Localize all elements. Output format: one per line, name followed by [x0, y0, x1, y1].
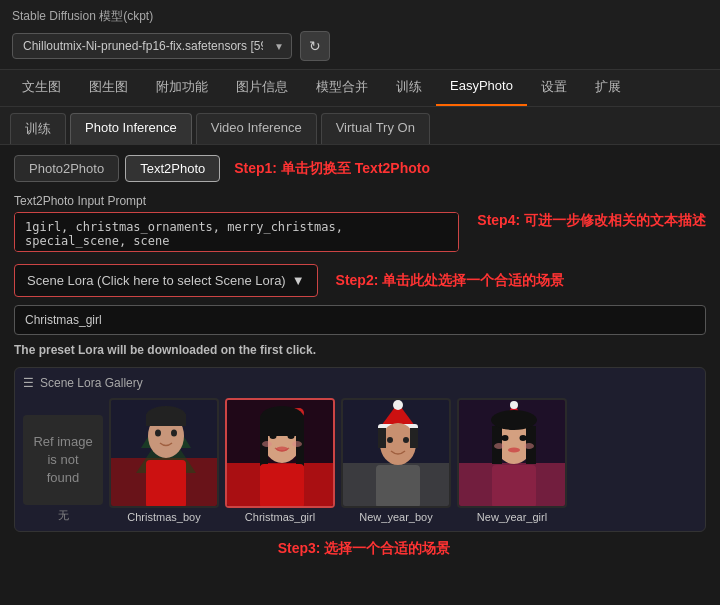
ref-caption: 无	[58, 508, 69, 523]
tab-图片信息[interactable]: 图片信息	[222, 70, 302, 106]
svg-rect-32	[410, 428, 418, 448]
step1-annotation: Step1: 单击切换至 Text2Photo	[234, 160, 430, 178]
new-year-girl-caption: New_year_girl	[477, 511, 547, 523]
sub-tab-bar: 训练 Photo Inference Video Inference Virtu…	[0, 107, 720, 145]
tab-easyphoto[interactable]: EasyPhoto	[436, 70, 527, 106]
gallery-item-new-year-girl[interactable]: New_year_girl	[457, 398, 567, 523]
model-select[interactable]: Chilloutmix-Ni-pruned-fp16-fix.safetenso…	[12, 33, 292, 59]
svg-point-45	[502, 435, 509, 441]
gallery-header-label: Scene Lora Gallery	[40, 376, 143, 390]
svg-point-34	[403, 437, 409, 443]
new-year-boy-image	[343, 398, 449, 508]
svg-point-22	[292, 441, 302, 447]
svg-point-49	[508, 448, 520, 453]
svg-rect-17	[260, 436, 268, 466]
tab-附加功能[interactable]: 附加功能	[142, 70, 222, 106]
content-area: 训练 Photo Inference Video Inference Virtu…	[0, 107, 720, 568]
subtab-训练[interactable]: 训练	[10, 113, 66, 144]
step2-annotation: Step2: 单击此处选择一个合适的场景	[336, 272, 565, 290]
svg-point-48	[524, 443, 534, 449]
svg-rect-50	[492, 465, 536, 508]
scene-dropdown-icon: ▼	[292, 273, 305, 288]
svg-point-46	[520, 435, 527, 441]
subtab-photo-inference[interactable]: Photo Inference	[70, 113, 192, 144]
svg-point-29	[393, 400, 403, 410]
prompt-row: Step4: 可进一步修改相关的文本描述	[14, 212, 706, 252]
preset-note: The preset Lora will be downloaded on th…	[14, 343, 706, 357]
new-year-boy-caption: New_year_boy	[359, 511, 432, 523]
svg-point-7	[155, 430, 161, 437]
christmas-girl-thumb	[225, 398, 335, 508]
step3-annotation: Step3: 选择一个合适的场景	[14, 540, 706, 558]
svg-point-33	[387, 437, 393, 443]
new-year-girl-image	[459, 398, 565, 508]
svg-rect-9	[146, 460, 186, 508]
svg-rect-16	[260, 416, 304, 436]
prompt-label: Text2Photo Input Prompt	[14, 194, 706, 208]
tab-文生图[interactable]: 文生图	[8, 70, 75, 106]
svg-point-8	[171, 430, 177, 437]
gallery-header-icon: ☰	[23, 376, 34, 390]
main-panel: Photo2Photo Text2Photo Step1: 单击切换至 Text…	[0, 145, 720, 568]
ref-not-found-text: Ref image is not found	[33, 433, 93, 488]
ref-not-found-thumb: Ref image is not found	[23, 415, 103, 505]
svg-point-44	[491, 410, 537, 430]
new-year-girl-thumb	[457, 398, 567, 508]
svg-rect-31	[378, 428, 386, 448]
prompt-section: Text2Photo Input Prompt Step4: 可进一步修改相关的…	[14, 194, 706, 252]
christmas-girl-caption: Christmas_girl	[245, 511, 315, 523]
subtab-virtual-try-on[interactable]: Virtual Try On	[321, 113, 430, 144]
gallery-header: ☰ Scene Lora Gallery	[23, 376, 697, 390]
step3-text: Step3: 选择一个合适的场景	[278, 540, 451, 556]
photo2photo-btn[interactable]: Photo2Photo	[14, 155, 119, 182]
prompt-input[interactable]	[14, 212, 459, 252]
svg-point-20	[288, 433, 295, 439]
svg-point-19	[270, 433, 277, 439]
step4-annotation: Step4: 可进一步修改相关的文本描述	[477, 212, 706, 230]
svg-point-23	[276, 447, 288, 452]
svg-rect-6	[146, 414, 186, 426]
main-tab-bar: 文生图 图生图 附加功能 图片信息 模型合并 训练 EasyPhoto 设置 扩…	[0, 70, 720, 107]
tab-训练[interactable]: 训练	[382, 70, 436, 106]
tab-图生图[interactable]: 图生图	[75, 70, 142, 106]
svg-rect-35	[376, 465, 420, 508]
model-label: Stable Diffusion 模型(ckpt)	[12, 8, 708, 25]
gallery-section: ☰ Scene Lora Gallery Ref image is not fo…	[14, 367, 706, 532]
text2photo-btn[interactable]: Text2Photo	[125, 155, 220, 182]
svg-point-47	[494, 443, 504, 449]
refresh-button[interactable]: ↻	[300, 31, 330, 61]
christmas-boy-caption: Christmas_boy	[127, 511, 200, 523]
scene-lora-select-btn[interactable]: Scene Lora (Click here to select Scene L…	[14, 264, 318, 297]
svg-point-21	[262, 441, 272, 447]
new-year-boy-thumb	[341, 398, 451, 508]
svg-rect-24	[260, 464, 304, 508]
scene-btn-label: Scene Lora (Click here to select Scene L…	[27, 273, 286, 288]
christmas-girl-image	[227, 398, 333, 508]
svg-rect-18	[296, 436, 304, 466]
christmas-boy-image	[111, 398, 217, 508]
scene-row: Scene Lora (Click here to select Scene L…	[14, 264, 706, 297]
gallery-item-christmas-girl[interactable]: Christmas_girl	[225, 398, 335, 523]
subtab-video-inference[interactable]: Video Inference	[196, 113, 317, 144]
christmas-boy-thumb	[109, 398, 219, 508]
tab-模型合并[interactable]: 模型合并	[302, 70, 382, 106]
gallery-item-christmas-boy[interactable]: Christmas_boy	[109, 398, 219, 523]
gallery-item-new-year-boy[interactable]: New_year_boy	[341, 398, 451, 523]
top-bar: Stable Diffusion 模型(ckpt) Chilloutmix-Ni…	[0, 0, 720, 70]
tab-扩展[interactable]: 扩展	[581, 70, 635, 106]
mode-row: Photo2Photo Text2Photo Step1: 单击切换至 Text…	[14, 155, 706, 182]
gallery-items: Ref image is not found 无	[23, 398, 697, 523]
scene-value-input[interactable]	[14, 305, 706, 335]
svg-point-40	[510, 401, 518, 409]
gallery-item-ref[interactable]: Ref image is not found 无	[23, 415, 103, 523]
tab-设置[interactable]: 设置	[527, 70, 581, 106]
